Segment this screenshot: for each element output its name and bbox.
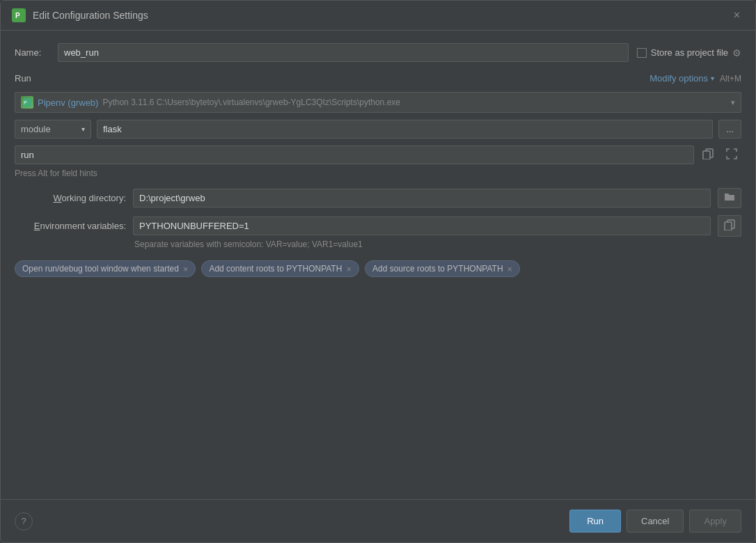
store-project-checkbox[interactable]	[637, 48, 647, 58]
module-type-select[interactable]: module ▾	[15, 120, 91, 139]
apply-button[interactable]: Apply	[689, 510, 741, 533]
working-dir-label: Working directory:	[15, 193, 126, 203]
module-type-label: module	[21, 124, 51, 134]
svg-text:P: P	[24, 100, 27, 105]
interpreter-path: Python 3.11.6 C:\Users\bytetoy\.virtuale…	[102, 97, 400, 107]
dialog-title: Edit Configuration Settings	[33, 10, 723, 21]
footer: ? Run Cancel Apply	[1, 499, 755, 542]
svg-rect-7	[725, 222, 732, 230]
modify-options-label: Modify options	[649, 73, 708, 84]
close-button[interactable]: ×	[730, 8, 744, 23]
params-expand-icon[interactable]	[722, 147, 741, 164]
field-hint: Press Alt for field hints	[15, 168, 741, 178]
dialog-content: Name: Store as project file ⚙ Run Modify…	[1, 31, 755, 499]
module-dropdown-arrow: ▾	[81, 125, 85, 133]
edit-config-dialog: P Edit Configuration Settings × Name: St…	[0, 0, 756, 543]
name-label: Name:	[15, 47, 49, 58]
run-button[interactable]: Run	[569, 510, 621, 533]
module-input[interactable]	[97, 120, 713, 139]
interpreter-selector[interactable]: P Pipenv (grweb) Python 3.11.6 C:\Users\…	[15, 92, 741, 113]
env-vars-row: Environment variables:	[15, 215, 741, 237]
module-row: module ▾ ...	[15, 120, 741, 139]
tags-row: Open run/debug tool window when started …	[15, 260, 741, 277]
chevron-down-icon: ▾	[711, 74, 714, 82]
module-browse-button[interactable]: ...	[718, 120, 741, 139]
interpreter-icon: P	[21, 96, 33, 109]
name-input[interactable]	[58, 43, 629, 62]
store-project-container: Store as project file ⚙	[637, 47, 741, 58]
tag-source-roots-label: Add source roots to PYTHONPATH	[372, 264, 503, 274]
tag-open-debug: Open run/debug tool window when started …	[15, 260, 196, 277]
env-vars-input[interactable]	[133, 217, 711, 235]
env-vars-copy-button[interactable]	[718, 215, 741, 237]
cancel-button[interactable]: Cancel	[627, 510, 684, 533]
working-dir-row: Working directory:	[15, 188, 741, 208]
tag-source-roots-close[interactable]: ×	[507, 265, 513, 274]
store-project-label: Store as project file	[651, 47, 728, 58]
tag-open-debug-close[interactable]: ×	[183, 265, 189, 274]
section-title: Run	[15, 73, 31, 84]
interpreter-name: Pipenv (grweb)	[38, 97, 98, 108]
env-vars-hint: Separate variables with semicolon: VAR=v…	[134, 239, 741, 249]
svg-rect-5	[703, 151, 710, 159]
tag-content-roots: Add content roots to PYTHONPATH ×	[201, 260, 359, 277]
gear-icon[interactable]: ⚙	[732, 47, 741, 58]
tag-open-debug-label: Open run/debug tool window when started	[22, 264, 179, 274]
help-button[interactable]: ?	[15, 512, 33, 530]
interpreter-inner: P Pipenv (grweb) Python 3.11.6 C:\Users\…	[21, 96, 400, 109]
svg-text:P: P	[15, 12, 20, 19]
params-copy-icon[interactable]	[698, 147, 718, 164]
section-header: Run Modify options ▾ Alt+M	[15, 73, 741, 84]
interpreter-dropdown-arrow: ▾	[731, 98, 735, 107]
footer-buttons: Run Cancel Apply	[569, 510, 741, 533]
params-row	[15, 145, 741, 164]
tag-source-roots: Add source roots to PYTHONPATH ×	[365, 260, 520, 277]
title-bar: P Edit Configuration Settings ×	[1, 1, 755, 31]
modify-options-shortcut: Alt+M	[720, 74, 741, 84]
env-vars-label-text: Environment variables:	[34, 221, 126, 231]
working-dir-browse-button[interactable]	[718, 188, 741, 208]
app-icon: P	[12, 8, 26, 22]
working-dir-input[interactable]	[133, 189, 711, 207]
tag-content-roots-label: Add content roots to PYTHONPATH	[209, 264, 342, 274]
name-row: Name: Store as project file ⚙	[15, 43, 741, 62]
modify-options-link[interactable]: Modify options ▾	[649, 73, 714, 84]
params-input[interactable]	[15, 145, 694, 164]
tag-content-roots-close[interactable]: ×	[346, 265, 352, 274]
env-vars-label: Environment variables:	[15, 221, 126, 231]
working-dir-label-text: Working directory:	[53, 193, 126, 203]
